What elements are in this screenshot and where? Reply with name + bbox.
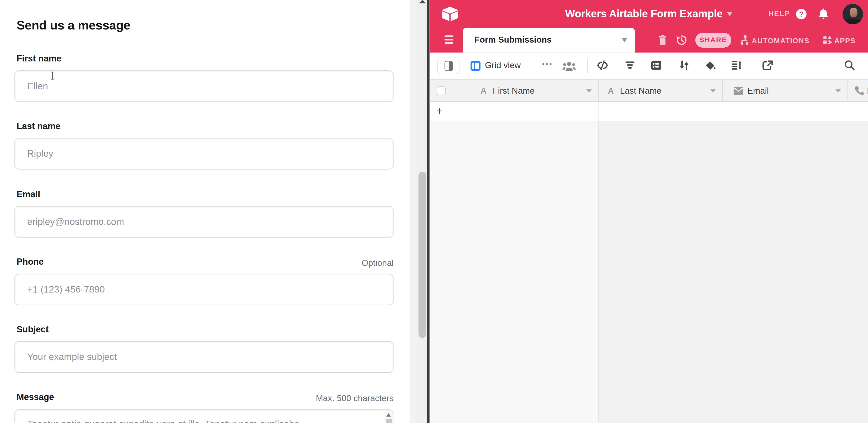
- first-name-input[interactable]: [14, 70, 394, 102]
- column-separator[interactable]: [847, 80, 848, 101]
- color-icon[interactable]: [705, 60, 716, 70]
- first-name-label: First name: [17, 54, 61, 63]
- scrollbar-top-arrow-icon: [419, 0, 426, 3]
- textarea-scroll-thumb[interactable]: [385, 419, 392, 423]
- user-avatar[interactable]: [842, 4, 863, 24]
- form-title: Send us a message: [17, 18, 130, 33]
- scroll-up-icon[interactable]: [386, 413, 391, 417]
- page-scrollbar-track[interactable]: [417, 0, 427, 423]
- apps-icon[interactable]: [823, 35, 832, 45]
- base-title-text: Workers Airtable Form Example: [565, 8, 722, 20]
- message-max-hint: Max. 500 characters: [316, 393, 394, 403]
- add-record-row[interactable]: +: [430, 102, 868, 121]
- base-title-caret-icon: [727, 12, 733, 16]
- message-label: Message: [17, 392, 54, 402]
- subject-input[interactable]: [14, 341, 394, 373]
- notifications-bell-icon[interactable]: [818, 8, 829, 19]
- airtable-topbar: Workers Airtable Form Example HELP ?: [430, 0, 868, 28]
- column-separator[interactable]: [598, 80, 599, 101]
- trash-icon[interactable]: [658, 35, 667, 46]
- column-header-email[interactable]: Email: [747, 86, 769, 96]
- tab-form-submissions[interactable]: Form Submissions: [463, 28, 635, 53]
- select-all-checkbox[interactable]: [437, 86, 446, 95]
- automations-icon[interactable]: [740, 35, 749, 45]
- help-button[interactable]: HELP: [768, 9, 790, 18]
- sort-icon[interactable]: [679, 60, 689, 70]
- column-header-phone[interactable]: Phone: [867, 86, 868, 96]
- column-header-last-name[interactable]: Last Name: [620, 86, 661, 96]
- text-field-icon: A: [480, 86, 487, 95]
- column-caret-icon[interactable]: [835, 89, 841, 92]
- column-caret-icon[interactable]: [710, 89, 716, 92]
- grid-view-icon: [471, 61, 480, 71]
- phone-field-icon: [854, 86, 864, 95]
- contact-form-pane: Send us a message First name Last name E…: [0, 0, 410, 423]
- sidebar-panel-icon: [444, 61, 453, 71]
- menu-icon[interactable]: [444, 35, 454, 46]
- grid-header-row: A First Name A Last Name Email Phone: [430, 79, 868, 102]
- screen: Send us a message First name Last name E…: [0, 0, 868, 423]
- row-height-icon[interactable]: [732, 60, 742, 70]
- airtable-pane: Workers Airtable Form Example HELP ? For…: [430, 0, 868, 423]
- view-name[interactable]: Grid view: [485, 60, 521, 70]
- column-header-first-name[interactable]: First Name: [493, 86, 534, 96]
- filter-icon[interactable]: [626, 61, 634, 70]
- toggle-sidebar-button[interactable]: [437, 58, 459, 74]
- automations-button[interactable]: AUTOMATIONS: [752, 37, 810, 45]
- phone-label: Phone: [17, 257, 44, 267]
- apps-button[interactable]: APPS: [834, 37, 856, 45]
- phone-input[interactable]: [14, 274, 394, 305]
- group-icon[interactable]: [651, 60, 662, 70]
- email-input[interactable]: [14, 206, 394, 238]
- tab-caret-icon[interactable]: [622, 38, 627, 42]
- text-cursor-icon: [50, 71, 55, 80]
- frozen-column-separator: [598, 121, 599, 423]
- help-question-icon[interactable]: ?: [796, 8, 807, 19]
- grid-empty-area: [598, 121, 868, 423]
- hide-fields-icon[interactable]: [597, 60, 608, 70]
- column-separator[interactable]: [722, 80, 723, 101]
- window-edge: [427, 0, 430, 423]
- search-icon[interactable]: [844, 60, 855, 70]
- table-tabs-bar: Form Submissions SHARE AUTOMATIONS: [430, 28, 868, 53]
- textarea-scrollbar[interactable]: [384, 411, 394, 423]
- email-field-icon: [734, 87, 743, 95]
- share-button[interactable]: SHARE: [695, 33, 731, 48]
- last-name-input[interactable]: [14, 138, 394, 170]
- collaborators-icon[interactable]: [562, 60, 576, 71]
- pane-divider: [410, 0, 430, 423]
- grid-empty-area-frozen: [430, 121, 598, 423]
- page-scrollbar-thumb[interactable]: [418, 172, 426, 338]
- phone-optional-hint: Optional: [362, 258, 394, 268]
- view-toolbar: Grid view ···: [430, 53, 868, 80]
- share-view-icon[interactable]: [762, 60, 773, 70]
- frozen-column-separator: [598, 102, 599, 121]
- column-caret-icon[interactable]: [586, 89, 592, 92]
- add-record-plus-icon[interactable]: +: [436, 105, 443, 117]
- email-label: Email: [17, 189, 40, 199]
- text-field-icon: A: [608, 86, 614, 95]
- tab-label: Form Submissions: [474, 35, 552, 45]
- view-options-button[interactable]: ···: [542, 59, 553, 69]
- message-textarea[interactable]: [14, 410, 394, 423]
- history-icon[interactable]: [676, 34, 688, 46]
- subject-label: Subject: [17, 325, 49, 334]
- last-name-label: Last name: [17, 121, 60, 131]
- toolbar-divider: [587, 59, 588, 73]
